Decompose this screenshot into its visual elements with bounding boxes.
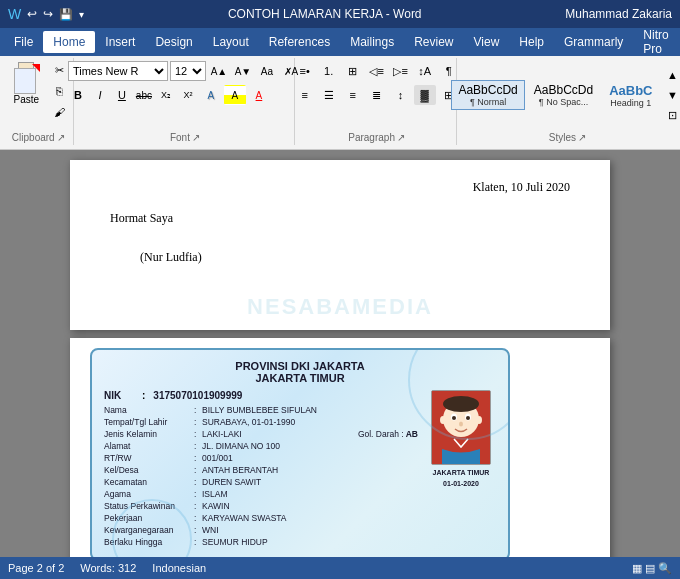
style-no-spacing-preview: AaBbCcDd [534,83,593,97]
ktp-nama-colon: : [194,405,202,415]
menu-view[interactable]: View [464,31,510,53]
ktp-pekerjaan-label: Pekerjaan [104,513,194,523]
ktp-berlaku-label: Berlaku Hingga [104,537,194,547]
word-logo-icon: W [8,6,21,22]
bold-button[interactable]: B [68,86,88,104]
user-name: Muhammad Zakaria [565,7,672,21]
menu-help[interactable]: Help [509,31,554,53]
decrease-indent-button[interactable]: ◁≡ [366,61,388,81]
font-color-button[interactable]: A [248,85,270,105]
align-left-button[interactable]: ≡ [294,85,316,105]
ktp-keldesa-label: Kel/Desa [104,465,194,475]
change-case-button[interactable]: Aa [256,61,278,81]
strikethrough-button[interactable]: abc [134,86,154,104]
highlight-button[interactable]: A [224,85,246,105]
styles-expand[interactable]: ⊡ [662,105,680,125]
ktp-kwn-row: Kewarganegaraan : WNI [104,525,418,535]
svg-point-5 [452,416,456,420]
superscript-button[interactable]: X² [178,86,198,104]
clipboard-group: Paste ✂ ⎘ 🖌 Clipboard ↗ [4,58,74,145]
font-expand-icon[interactable]: ↗ [192,132,200,143]
ktp-body: NIK : 3175070101909999 Nama : BILLY BUMB… [104,390,496,549]
paragraph-expand-icon[interactable]: ↗ [397,132,405,143]
ktp-alamat-row: Alamat : JL. DIMANA NO 100 [104,441,418,451]
letter-closing: Hormat Saya [110,211,570,226]
numbering-button[interactable]: 1. [318,61,340,81]
styles-scroll: ▲ ▼ ⊡ [662,65,680,125]
ktp-agama-colon: : [194,489,202,499]
styles-label: Styles ↗ [549,130,586,143]
bullets-button[interactable]: ≡• [294,61,316,81]
paste-button[interactable]: Paste [6,60,46,122]
menu-layout[interactable]: Layout [203,31,259,53]
ktp-avatar-svg [432,391,490,464]
ribbon: Paste ✂ ⎘ 🖌 Clipboard ↗ Times New R 12 [0,56,680,150]
style-no-spacing-label: ¶ No Spac... [539,97,588,107]
undo-icon[interactable]: ↩ [27,7,37,21]
ktp-ttl-label: Tempat/Tgl Lahir [104,417,194,427]
menu-file[interactable]: File [4,31,43,53]
menu-references[interactable]: References [259,31,340,53]
text-effect-button[interactable]: A [200,85,222,105]
styles-group: AaBbCcDd ¶ Normal AaBbCcDd ¶ No Spac... … [459,58,676,145]
ktp-ttl-value: SURABAYA, 01-01-1990 [202,417,418,427]
font-name-select[interactable]: Times New R [68,61,168,81]
view-icons: ▦ ▤ 🔍 [632,562,672,575]
letter-page: Klaten, 10 Juli 2020 Hormat Saya (Nur Lu… [70,160,610,330]
font-group: Times New R 12 A▲ A▼ Aa ✗A B I U abc X₂ … [76,58,296,145]
increase-font-button[interactable]: A▲ [208,61,230,81]
svg-point-7 [459,422,463,427]
ktp-keldesa-colon: : [194,465,202,475]
ktp-status-row: Status Perkawinan : KAWIN [104,501,418,511]
justify-button[interactable]: ≣ [366,85,388,105]
shading-button[interactable]: ▓ [414,85,436,105]
subscript-button[interactable]: X₂ [156,86,176,104]
sort-button[interactable]: ↕A [414,61,436,81]
menu-mailings[interactable]: Mailings [340,31,404,53]
style-heading1[interactable]: AaBbC Heading 1 [602,80,659,111]
menu-design[interactable]: Design [145,31,202,53]
clipboard-expand-icon[interactable]: ↗ [57,132,65,143]
style-normal[interactable]: AaBbCcDd ¶ Normal [451,80,524,110]
align-center-button[interactable]: ☰ [318,85,340,105]
ktp-kwn-colon: : [194,525,202,535]
menu-home[interactable]: Home [43,31,95,53]
decrease-font-button[interactable]: A▼ [232,61,254,81]
menu-grammarly[interactable]: Grammarly [554,31,633,53]
increase-indent-button[interactable]: ▷≡ [390,61,412,81]
menu-insert[interactable]: Insert [95,31,145,53]
italic-button[interactable]: I [90,86,110,104]
font-row2: B I U abc X₂ X² A A A [68,85,302,105]
styles-scroll-down[interactable]: ▼ [662,85,680,105]
styles-expand-icon[interactable]: ↗ [578,132,586,143]
ktp-pekerjaan-colon: : [194,513,202,523]
line-spacing-button[interactable]: ↕ [390,85,412,105]
ktp-alamat-value: JL. DIMANA NO 100 [202,441,418,451]
style-heading1-label: Heading 1 [610,98,651,108]
title-bar: W ↩ ↪ 💾 ▾ CONTOH LAMARAN KERJA - Word Mu… [0,0,680,28]
para-row2: ≡ ☰ ≡ ≣ ↕ ▓ ⊞ [294,85,460,105]
paragraph-label: Paragraph ↗ [348,130,405,143]
ktp-page: PROVINSI DKI JAKARTA JAKARTA TIMUR NIK :… [70,338,610,557]
ktp-photo-city: JAKARTA TIMUR [433,469,490,476]
multilevel-button[interactable]: ⊞ [342,61,364,81]
ktp-blood-label: Gol. Darah : [358,429,404,439]
ktp-jk-row: Jenis Kelamin : LAKI-LAKI Gol. Darah : A… [104,429,418,439]
doc-title: CONTOH LAMARAN KERJA - Word [84,7,565,21]
ktp-rtrw-label: RT/RW [104,453,194,463]
redo-icon[interactable]: ↪ [43,7,53,21]
ktp-kecamatan-value: DUREN SAWIT [202,477,418,487]
align-right-button[interactable]: ≡ [342,85,364,105]
font-size-select[interactable]: 12 [170,61,206,81]
save-icon[interactable]: 💾 [59,8,73,21]
styles-scroll-up[interactable]: ▲ [662,65,680,85]
ktp-jk-value: LAKI-LAKI [202,429,354,439]
ktp-nik-label: NIK [104,390,134,401]
ktp-jk-colon: : [194,429,202,439]
ktp-province: PROVINSI DKI JAKARTA [104,360,496,372]
ktp-nama-value: BILLY BUMBLEBEE SIFULAN [202,405,418,415]
menu-nitro[interactable]: Nitro Pro [633,24,678,60]
style-no-spacing[interactable]: AaBbCcDd ¶ No Spac... [527,80,600,110]
underline-button[interactable]: U [112,86,132,104]
menu-review[interactable]: Review [404,31,463,53]
